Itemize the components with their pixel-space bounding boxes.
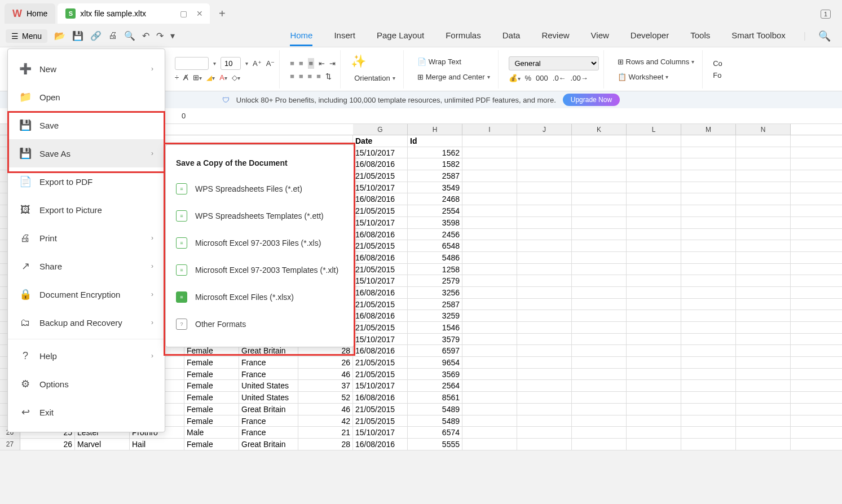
submenu-item[interactable]: ≡WPS Spreadsheets Files (*.et) [166,175,354,202]
cell[interactable]: France [239,369,298,380]
cell[interactable]: 46 [298,369,353,380]
cell[interactable]: Female [184,369,239,380]
col-header[interactable]: M [681,124,736,135]
cell[interactable]: 3598 [408,217,462,228]
cell[interactable]: France [239,427,298,438]
cell[interactable]: 2468 [408,193,462,205]
cell[interactable]: 15/10/2017 [353,217,408,228]
increase-indent-icon[interactable]: ⇥ [329,59,336,68]
col-header[interactable]: G [353,124,408,135]
cell[interactable]: 2564 [408,380,462,391]
currency-icon[interactable]: 💰▾ [509,74,521,82]
cell[interactable]: Male [184,427,239,438]
cell[interactable]: France [239,415,298,427]
font-size-input[interactable] [221,57,241,70]
search-icon[interactable]: 🔍 [813,30,836,42]
cell[interactable]: 21/05/2015 [353,205,408,216]
ribbon-tab-developer[interactable]: Developer [631,26,669,46]
menu-print[interactable]: 🖨Print› [8,224,165,252]
align-center-icon[interactable]: ≡ [299,72,303,81]
cell[interactable]: 52 [298,392,353,403]
strikethrough-icon[interactable]: ÷ [175,73,179,82]
ribbon-tab-formulas[interactable]: Formulas [446,26,481,46]
cell[interactable]: 2587 [408,170,462,182]
decrease-font-icon[interactable]: A⁻ [266,59,275,68]
col-header[interactable]: K [572,124,627,135]
menu-exit[interactable]: ↩Exit [8,398,165,426]
increase-font-icon[interactable]: A⁺ [253,59,262,68]
style-icon[interactable]: ◇▾ [232,73,240,82]
cell[interactable]: 16/08/2016 [353,158,408,170]
cell[interactable]: 21/05/2015 [353,404,408,415]
cell[interactable]: 28 [298,439,353,450]
submenu-item[interactable]: ≡Microsoft Excel 97-2003 Files (*.xls) [166,229,354,257]
cell[interactable]: 16/08/2016 [353,193,408,205]
cell[interactable]: 1562 [408,147,462,158]
cell[interactable]: 6574 [408,427,462,438]
cell[interactable]: 3569 [408,369,462,380]
cell[interactable]: 21/05/2015 [353,299,408,310]
ribbon-tab-tools[interactable]: Tools [690,26,710,46]
align-middle-icon[interactable]: ≡ [299,59,303,68]
cell[interactable]: 15/10/2017 [353,334,408,345]
cell[interactable]: 5489 [408,415,462,427]
open-icon[interactable]: 📂 [54,30,65,41]
cell[interactable]: 21/05/2015 [353,240,408,251]
cell[interactable]: 16/08/2016 [353,287,408,298]
decrease-indent-icon[interactable]: ⇤ [319,59,325,68]
ribbon-tab-home[interactable]: Home [290,26,312,46]
cell[interactable]: France [239,357,298,368]
cell[interactable]: 2579 [408,275,462,286]
worksheet-button[interactable]: 📋 Worksheet ▾ [614,71,672,83]
ribbon-tab-page-layout[interactable]: Page Layout [377,26,424,46]
cell[interactable]: Marvel [75,439,130,450]
cell[interactable]: 21/05/2015 [353,369,408,380]
cell[interactable]: 5489 [408,404,462,415]
cell[interactable]: 1258 [408,264,462,275]
menu-save[interactable]: 💾Save [8,111,165,139]
chevron-down-icon[interactable]: ▾ [213,60,216,67]
upgrade-button[interactable]: Upgrade Now [563,94,620,106]
ribbon-tab-smart-toolbox[interactable]: Smart Toolbox [731,26,786,46]
cell[interactable]: United States [239,380,298,391]
border-icon[interactable]: ⊞▾ [193,73,202,82]
cell[interactable]: 3259 [408,310,462,321]
cell[interactable]: Hail [130,439,184,450]
percent-icon[interactable]: % [525,74,532,82]
ribbon-tab-review[interactable]: Review [541,26,569,46]
vertical-text-icon[interactable]: ⇅ [325,72,332,81]
cell[interactable]: 37 [298,380,353,391]
ribbon-tab-insert[interactable]: Insert [334,26,355,46]
cell[interactable]: 21/05/2015 [353,357,408,368]
print-icon[interactable]: 🖨 [108,30,117,41]
cell[interactable]: 21/05/2015 [353,170,408,182]
menu-export-pdf[interactable]: 📄Export to PDF [8,167,165,196]
orientation-button[interactable]: Orientation▾ [351,72,399,84]
align-top-icon[interactable]: ≡ [290,59,294,68]
formula-value[interactable]: 0 [182,112,186,120]
cell[interactable]: Female [184,439,239,450]
cell[interactable]: 16/08/2016 [353,392,408,403]
cell[interactable]: 15/10/2017 [353,182,408,193]
increase-decimal-icon[interactable]: .00→ [571,74,588,82]
col-header[interactable]: N [736,124,791,135]
submenu-item[interactable]: ≡Microsoft Excel Files (*.xlsx) [166,284,354,311]
cell[interactable]: 6548 [408,240,462,251]
cell[interactable]: Female [184,404,239,415]
ribbon-tab-view[interactable]: View [591,26,609,46]
cell[interactable]: 42 [298,415,353,427]
thousands-icon[interactable]: 000 [536,74,548,82]
rows-cols-button[interactable]: ⊞ Rows and Columns ▾ [614,56,698,68]
menu-options[interactable]: ⚙Options [8,370,165,398]
cell[interactable]: 21/05/2015 [353,264,408,275]
cell[interactable]: Great Britain [239,439,298,450]
wrap-text-button[interactable]: 📄 Wrap Text [414,56,465,68]
menu-encryption[interactable]: 🔒Document Encryption› [8,280,165,308]
submenu-item[interactable]: ≡WPS Spreadsheets Templates (*.ett) [166,202,354,229]
submenu-item[interactable]: ?Other Formats [166,311,354,338]
clear-format-icon[interactable]: A̸ [183,73,188,82]
font-name-input[interactable] [175,57,209,70]
menu-save-as[interactable]: 💾Save As› [8,139,165,167]
fill-color-icon[interactable]: ◢▾ [206,73,215,82]
menu-export-picture[interactable]: 🖼Export to Picture [8,196,165,224]
